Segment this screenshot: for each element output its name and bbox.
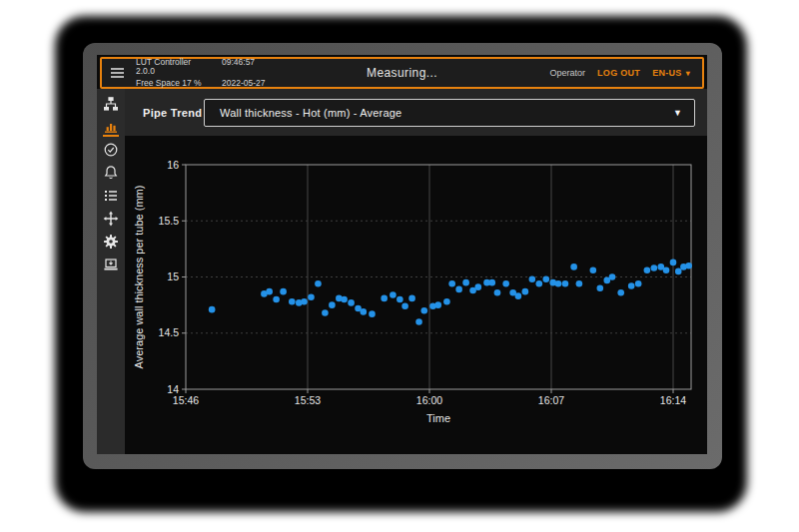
sidebar-item-log[interactable] xyxy=(97,184,125,207)
asset-tree-icon xyxy=(103,96,119,112)
sidebar-item-asset-tree[interactable] xyxy=(97,92,125,115)
laptop-export-icon xyxy=(103,257,119,272)
trend-selector-bar: Pipe Trend Wall thickness - Hot (mm) - A… xyxy=(125,89,707,136)
svg-text:14.5: 14.5 xyxy=(159,326,180,338)
sidebar-item-export[interactable] xyxy=(97,253,125,275)
svg-text:16:00: 16:00 xyxy=(416,394,442,406)
svg-text:15.5: 15.5 xyxy=(159,215,180,227)
device-bezel: LUT Controller 2.0.0 09:46:57 Free Space… xyxy=(83,43,722,469)
menu-button[interactable] xyxy=(102,68,132,78)
sidebar-item-checks[interactable] xyxy=(97,138,125,161)
logout-button[interactable]: LOG OUT xyxy=(597,68,640,78)
move-arrows-icon xyxy=(103,211,119,227)
sidebar-item-trend[interactable] xyxy=(97,115,125,138)
clock-label: 09:46:57 xyxy=(222,58,265,77)
svg-text:16:07: 16:07 xyxy=(538,394,564,406)
sidebar-item-alarms[interactable] xyxy=(97,161,125,184)
top-bar: LUT Controller 2.0.0 09:46:57 Free Space… xyxy=(100,57,704,89)
sidebar-item-positioning[interactable] xyxy=(97,207,125,230)
sidebar xyxy=(97,89,125,454)
language-label: EN-US xyxy=(652,68,682,78)
svg-text:14: 14 xyxy=(167,383,179,395)
svg-text:16: 16 xyxy=(167,159,179,171)
svg-text:15:46: 15:46 xyxy=(173,394,199,406)
bell-icon xyxy=(103,165,119,181)
app-screen: LUT Controller 2.0.0 09:46:57 Free Space… xyxy=(97,55,707,454)
svg-text:15: 15 xyxy=(167,270,179,282)
trend-chart: 15:4615:5316:0016:0716:141414.51515.516T… xyxy=(125,136,707,454)
list-icon xyxy=(103,188,119,204)
pipe-trend-label: Pipe Trend xyxy=(143,107,202,119)
chevron-down-icon: ▾ xyxy=(686,69,690,78)
trend-dropdown[interactable]: Wall thickness - Hot (mm) - Average ▼ xyxy=(204,99,695,127)
svg-text:Average wall thickness per tub: Average wall thickness per tube (mm) xyxy=(133,186,145,369)
trend-dropdown-value: Wall thickness - Hot (mm) - Average xyxy=(220,107,401,119)
main-content: Pipe Trend Wall thickness - Hot (mm) - A… xyxy=(125,89,707,454)
user-role-label: Operator xyxy=(550,68,586,78)
top-bar-right: Operator LOG OUT EN-US ▾ xyxy=(550,68,702,78)
chevron-down-icon: ▼ xyxy=(673,108,682,118)
app-version-label: LUT Controller 2.0.0 xyxy=(136,58,208,77)
hamburger-icon xyxy=(111,68,124,78)
sidebar-item-settings[interactable] xyxy=(97,230,125,253)
gear-icon xyxy=(103,234,119,250)
screenshot-canvas: LUT Controller 2.0.0 09:46:57 Free Space… xyxy=(0,0,799,532)
bar-chart-icon xyxy=(103,119,119,135)
system-info: LUT Controller 2.0.0 09:46:57 Free Space… xyxy=(136,58,265,88)
date-label: 2022-05-27 xyxy=(222,79,265,88)
free-space-label: Free Space 17 % xyxy=(136,79,208,88)
language-selector[interactable]: EN-US ▾ xyxy=(652,68,690,78)
svg-text:Time: Time xyxy=(426,412,450,424)
chart-area: 15:4615:5316:0016:0716:141414.51515.516T… xyxy=(125,136,707,454)
check-circle-icon xyxy=(103,142,119,158)
svg-text:15:53: 15:53 xyxy=(295,394,321,406)
svg-text:16:14: 16:14 xyxy=(660,394,686,406)
